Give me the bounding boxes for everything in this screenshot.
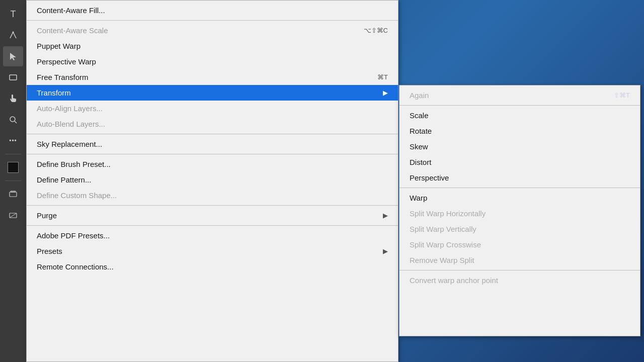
submenu-item-again[interactable]: Again ⇧⌘T bbox=[399, 87, 640, 103]
selection-tool[interactable] bbox=[3, 46, 23, 66]
pen-tool[interactable] bbox=[3, 25, 23, 45]
menu-item-define-pattern[interactable]: Define Pattern... bbox=[27, 172, 398, 188]
svg-rect-4 bbox=[10, 192, 17, 197]
menu-separator-5 bbox=[27, 225, 398, 226]
menu-separator-4 bbox=[27, 205, 398, 206]
hand-tool[interactable] bbox=[3, 88, 23, 109]
toolbar-divider-2 bbox=[5, 180, 21, 181]
transform-submenu: Again ⇧⌘T Scale Rotate Skew Distort Per bbox=[399, 85, 640, 336]
svg-rect-1 bbox=[10, 75, 17, 80]
menu-item-auto-align-layers[interactable]: Auto-Align Layers... bbox=[27, 101, 398, 116]
menu-item-presets[interactable]: Presets ▶ bbox=[27, 243, 398, 259]
zoom-tool[interactable] bbox=[3, 110, 23, 130]
menu-item-puppet-warp[interactable]: Puppet Warp bbox=[27, 38, 398, 54]
menu-item-content-aware-scale[interactable]: Content-Aware Scale ⌥⇧⌘C bbox=[27, 23, 398, 38]
more-tools[interactable]: ••• bbox=[3, 131, 23, 151]
menu-container: Content-Aware Fill... Content-Aware Scal… bbox=[26, 0, 398, 362]
menu-separator-3 bbox=[27, 154, 398, 154]
dropdown-menu: Content-Aware Fill... Content-Aware Scal… bbox=[26, 0, 398, 362]
submenu-item-rotate[interactable]: Rotate bbox=[399, 123, 640, 139]
menu-item-content-aware-fill[interactable]: Content-Aware Fill... bbox=[27, 3, 398, 18]
submenu-item-split-warp-vertically[interactable]: Split Warp Vertically bbox=[399, 221, 640, 237]
submenu-item-distort[interactable]: Distort bbox=[399, 154, 640, 170]
submenu-separator-1 bbox=[399, 105, 640, 106]
foreground-color[interactable] bbox=[3, 157, 23, 177]
type-tool[interactable]: T bbox=[3, 4, 23, 24]
menu-separator-1 bbox=[27, 20, 398, 21]
submenu-item-scale[interactable]: Scale bbox=[399, 108, 640, 123]
submenu-separator-2 bbox=[399, 188, 640, 188]
menu-item-adobe-pdf-presets[interactable]: Adobe PDF Presets... bbox=[27, 228, 398, 243]
menu-item-define-custom-shape[interactable]: Define Custom Shape... bbox=[27, 188, 398, 203]
menu-item-purge[interactable]: Purge ▶ bbox=[27, 208, 398, 223]
submenu-item-split-warp-crosswise[interactable]: Split Warp Crosswise bbox=[399, 237, 640, 252]
menu-item-auto-blend-layers[interactable]: Auto-Blend Layers... bbox=[27, 116, 398, 132]
mask-tool[interactable] bbox=[3, 205, 23, 225]
menu-item-transform[interactable]: Transform ▶ Again ⇧⌘T Scale Rotate Skew bbox=[27, 85, 398, 101]
submenu-item-warp[interactable]: Warp bbox=[399, 190, 640, 206]
toolbar-divider-1 bbox=[5, 154, 21, 154]
submenu-item-convert-warp-anchor-point[interactable]: Convert warp anchor point bbox=[399, 273, 640, 288]
submenu-item-remove-warp-split[interactable]: Remove Warp Split bbox=[399, 252, 640, 268]
menu-item-define-brush-preset[interactable]: Define Brush Preset... bbox=[27, 156, 398, 172]
svg-point-0 bbox=[13, 32, 14, 33]
rectangle-tool[interactable] bbox=[3, 67, 23, 87]
submenu-separator-3 bbox=[399, 270, 640, 270]
svg-rect-5 bbox=[11, 191, 16, 192]
menu-item-free-transform[interactable]: Free Transform ⌘T bbox=[27, 69, 398, 85]
svg-line-3 bbox=[15, 121, 17, 123]
toolbar: T ••• bbox=[0, 0, 26, 362]
svg-line-7 bbox=[10, 213, 17, 218]
menu-separator-2 bbox=[27, 134, 398, 134]
svg-point-2 bbox=[10, 117, 15, 122]
menu-item-sky-replacement[interactable]: Sky Replacement... bbox=[27, 136, 398, 152]
menu-item-remote-connections[interactable]: Remote Connections... bbox=[27, 259, 398, 275]
layer-group-tool[interactable] bbox=[3, 184, 23, 204]
submenu-item-perspective[interactable]: Perspective bbox=[399, 170, 640, 186]
submenu-item-skew[interactable]: Skew bbox=[399, 139, 640, 154]
menu-item-perspective-warp[interactable]: Perspective Warp bbox=[27, 54, 398, 69]
submenu-item-split-warp-horizontally[interactable]: Split Warp Horizontally bbox=[399, 206, 640, 221]
